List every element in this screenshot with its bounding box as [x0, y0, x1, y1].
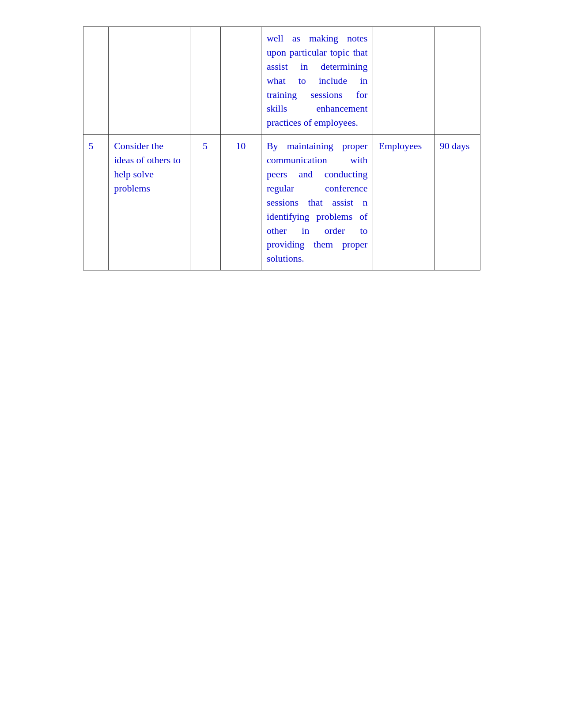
cell-timeline-5: 90 days [434, 135, 480, 270]
table-row: 5 Consider the ideas of others to help s… [83, 135, 480, 270]
cell-measure-5: 10 [220, 135, 261, 270]
table-row: well as making notes upon particular top… [83, 27, 480, 135]
cell-action-5: By maintaining proper communication with… [261, 135, 373, 270]
main-table: well as making notes upon particular top… [83, 26, 480, 270]
cell-responsible-5: Employees [373, 135, 434, 270]
page-container: well as making notes upon particular top… [83, 18, 480, 710]
cell-action-row1: well as making notes upon particular top… [261, 27, 373, 135]
cell-goal-empty [109, 27, 190, 135]
action-text-row1: well as making notes upon particular top… [267, 33, 368, 128]
cell-number-5: 5 [83, 135, 109, 270]
cell-measure-empty [220, 27, 261, 135]
cell-responsible-empty [373, 27, 434, 135]
cell-timeline-empty [434, 27, 480, 135]
cell-weight-empty [190, 27, 220, 135]
cell-weight-5: 5 [190, 135, 220, 270]
cell-goal-5: Consider the ideas of others to help sol… [109, 135, 190, 270]
cell-number-empty [83, 27, 109, 135]
